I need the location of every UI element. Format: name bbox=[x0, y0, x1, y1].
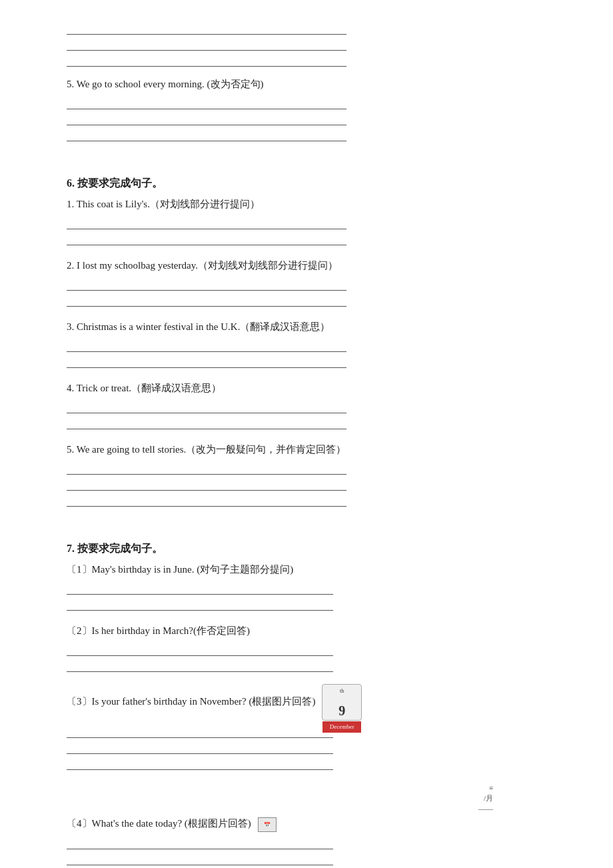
answer-line bbox=[67, 276, 346, 291]
section6-q5-text: 5. We are going to tell stories.（改为一般疑问句… bbox=[67, 441, 560, 457]
calendar-month: December bbox=[322, 721, 361, 732]
section6-q1-answer bbox=[67, 215, 560, 245]
section6-q1-text: 1. This coat is Lily's.（对划线部分进行提问） bbox=[67, 196, 560, 212]
section7-q2: 〔2〕Is her birthday in March?(作否定回答) bbox=[67, 623, 560, 672]
answer-line bbox=[67, 36, 346, 51]
answer-line bbox=[67, 127, 346, 141]
answer-line bbox=[67, 20, 346, 35]
small-calendar-image: 📅 bbox=[258, 817, 277, 832]
section7-q1-answer bbox=[67, 580, 560, 611]
answer-line bbox=[67, 415, 346, 429]
calendar-icon-line3: —— bbox=[478, 805, 493, 813]
section5-negative-question: 5. We go to school every morning. (改为否定句… bbox=[67, 76, 560, 141]
section6: 6. 按要求完成句子。 1. This coat is Lily's.（对划线部… bbox=[67, 177, 560, 507]
calendar-day: 9 bbox=[324, 700, 360, 721]
section6-q4-answer bbox=[67, 399, 560, 429]
top-continuation-lines bbox=[67, 20, 560, 67]
answer-line bbox=[67, 95, 346, 109]
answer-line bbox=[67, 111, 346, 125]
calendar-december: th 9 December bbox=[322, 684, 362, 721]
answer-line bbox=[67, 492, 346, 507]
section6-q5: 5. We are going to tell stories.（改为一般疑问句… bbox=[67, 441, 560, 507]
section6-title: 6. 按要求完成句子。 bbox=[67, 177, 560, 191]
small-calendar-icon: ≡ /月 —— bbox=[478, 783, 493, 814]
answer-line bbox=[67, 851, 333, 865]
answer-line bbox=[67, 739, 333, 754]
section6-q5-answer bbox=[67, 460, 560, 507]
section7: 7. 按要求完成句子。 〔1〕May's birthday is in June… bbox=[67, 542, 560, 868]
answer-line bbox=[67, 641, 333, 656]
answer-line bbox=[67, 580, 333, 595]
section7-q2-text: 〔2〕Is her birthday in March?(作否定回答) bbox=[67, 623, 560, 639]
section7-q3: 〔3〕Is your father's birthday in November… bbox=[67, 684, 560, 771]
answer-line bbox=[67, 476, 346, 491]
answer-line bbox=[67, 460, 346, 475]
section7-q2-answer bbox=[67, 641, 560, 672]
answer-line bbox=[67, 596, 333, 611]
answer-line bbox=[67, 353, 346, 368]
section5-negative-answer-lines bbox=[67, 95, 560, 141]
section7-q1: 〔1〕May's birthday is in June. (对句子主题部分提问… bbox=[67, 561, 560, 611]
answer-line bbox=[67, 755, 333, 770]
answer-line bbox=[67, 337, 346, 352]
section7-q1-text: 〔1〕May's birthday is in June. (对句子主题部分提问… bbox=[67, 561, 560, 577]
section6-q3-text: 3. Christmas is a winter festival in the… bbox=[67, 319, 560, 335]
calendar-sup: th bbox=[340, 688, 344, 694]
section6-q3: 3. Christmas is a winter festival in the… bbox=[67, 319, 560, 368]
calendar-dec-image: th 9 December bbox=[322, 684, 362, 721]
section6-q4: 4. Trick or treat.（翻译成汉语意思） bbox=[67, 380, 560, 429]
section7-q3-text: 〔3〕Is your father's birthday in November… bbox=[67, 684, 560, 721]
section6-q2-answer bbox=[67, 276, 560, 307]
section6-q2: 2. I lost my schoolbag yesterday.（对划线对划线… bbox=[67, 257, 560, 307]
calendar-icon-line2: /月 bbox=[484, 794, 493, 802]
section6-q3-answer bbox=[67, 337, 560, 368]
answer-line bbox=[67, 723, 333, 738]
section6-q2-text: 2. I lost my schoolbag yesterday.（对划线对划线… bbox=[67, 257, 560, 273]
answer-line bbox=[67, 231, 346, 245]
section6-q1: 1. This coat is Lily's.（对划线部分进行提问） bbox=[67, 196, 560, 245]
answer-line bbox=[67, 215, 346, 229]
section6-q4-text: 4. Trick or treat.（翻译成汉语意思） bbox=[67, 380, 560, 396]
calendar-icon-line1: ≡ bbox=[489, 784, 493, 792]
section7-title: 7. 按要求完成句子。 bbox=[67, 542, 560, 556]
section7-q3-text-area: 〔3〕Is your father's birthday in November… bbox=[67, 684, 560, 771]
section7-q4: ≡ /月 —— 〔4〕What's the date today? (根据图片回… bbox=[67, 783, 560, 868]
answer-line bbox=[67, 835, 333, 849]
section5-negative-text: 5. We go to school every morning. (改为否定句… bbox=[67, 76, 560, 92]
section7-q4-text: 〔4〕What's the date today? (根据图片回答) 📅 bbox=[67, 815, 560, 832]
section7-q3-answer bbox=[67, 723, 560, 770]
answer-line bbox=[67, 292, 346, 307]
section7-q4-answer bbox=[67, 835, 560, 868]
answer-line bbox=[67, 657, 333, 672]
answer-line bbox=[67, 399, 346, 413]
answer-line bbox=[67, 52, 346, 67]
